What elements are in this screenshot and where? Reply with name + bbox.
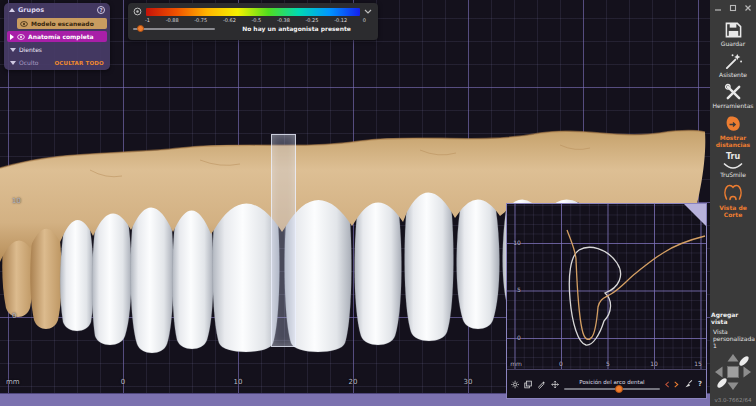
cross-section-curves bbox=[507, 204, 706, 369]
gear-icon[interactable] bbox=[511, 379, 519, 390]
right-sidebar: Guardar Asistente Herramientas Most bbox=[710, 0, 756, 406]
group-item-teeth[interactable]: Dientes bbox=[7, 44, 107, 55]
custom-view-item[interactable]: Vista personalizada 1 bbox=[713, 328, 753, 349]
color-scale-ticks: -1 -0.88 -0.75 -0.62 -0.5 -0.38 -0.25 -0… bbox=[133, 16, 372, 23]
view-navigation-cross[interactable] bbox=[713, 352, 753, 392]
app-window: mm 0 10 20 30 10 0 Grupos ? Modelo escan… bbox=[0, 0, 756, 406]
scale-tick: 0 bbox=[363, 17, 366, 23]
button-label: Mostrar distancias bbox=[711, 134, 755, 148]
save-icon bbox=[724, 21, 743, 39]
group-item-full-anatomy[interactable]: Anatomía completa bbox=[7, 31, 107, 42]
groups-title: Grupos bbox=[18, 6, 44, 14]
scale-tick: -1 bbox=[145, 17, 150, 23]
add-view-button[interactable]: Agregar vista bbox=[711, 311, 755, 325]
button-label: Herramientas bbox=[713, 102, 754, 109]
color-gradient-bar bbox=[146, 8, 360, 16]
trusmile-button[interactable]: Tru TruSmile bbox=[711, 153, 755, 178]
copy-image-icon[interactable] bbox=[524, 379, 532, 390]
distance-color-scale-panel: -1 -0.88 -0.75 -0.62 -0.5 -0.38 -0.25 -0… bbox=[128, 3, 378, 40]
arch-position-slider[interactable] bbox=[564, 388, 660, 390]
h-ruler-tick: 20 bbox=[349, 379, 358, 386]
show-distances-icon bbox=[723, 114, 743, 133]
save-button[interactable]: Guardar bbox=[711, 21, 755, 47]
group-item-label: Oculto bbox=[19, 59, 39, 66]
trusmile-icon: Tru bbox=[726, 153, 740, 161]
scale-tick: -0.75 bbox=[194, 17, 207, 23]
scale-tick: -0.25 bbox=[306, 17, 319, 23]
smile-arc-icon bbox=[722, 162, 744, 170]
groups-panel: Grupos ? Modelo escaneado Anatomía compl… bbox=[4, 3, 110, 70]
cut-view-tooth-icon bbox=[722, 183, 744, 203]
group-item-label: Modelo escaneado bbox=[31, 20, 94, 27]
tools-button[interactable]: Herramientas bbox=[711, 83, 755, 109]
section-help[interactable]: ? bbox=[698, 380, 702, 388]
antagonist-slider[interactable] bbox=[133, 28, 215, 30]
cut-view-button[interactable]: Vista de Corte bbox=[711, 183, 755, 218]
step-left-icon[interactable] bbox=[665, 380, 670, 389]
chevron-down-icon[interactable] bbox=[10, 48, 16, 52]
scan-section-curve bbox=[567, 230, 705, 339]
group-item-hidden[interactable]: Oculto OCULTAR TODO bbox=[7, 57, 107, 68]
h-ruler-tick: 0 bbox=[121, 379, 125, 386]
button-label: Asistente bbox=[719, 71, 747, 78]
antagonist-slider-thumb[interactable] bbox=[137, 25, 144, 32]
magic-wand-icon bbox=[724, 52, 743, 70]
move-icon[interactable] bbox=[551, 379, 559, 390]
expand-chevron-icon[interactable] bbox=[10, 34, 14, 40]
button-label: Guardar bbox=[721, 40, 745, 47]
chevron-down-icon[interactable] bbox=[364, 9, 372, 14]
group-item-label: Dientes bbox=[19, 46, 42, 53]
button-label: Vista de Corte bbox=[711, 204, 755, 218]
help-icon[interactable]: ? bbox=[97, 6, 105, 14]
h-ruler-unit: mm bbox=[6, 379, 20, 386]
antagonist-message: No hay un antagonista presente bbox=[221, 25, 372, 32]
assistant-button[interactable]: Asistente bbox=[711, 52, 755, 78]
v-ruler-tick: 10 bbox=[12, 198, 21, 205]
v-ruler-tick: 0 bbox=[12, 313, 16, 320]
button-label: TruSmile bbox=[720, 171, 746, 178]
clear-broom-icon[interactable] bbox=[684, 378, 693, 390]
scale-tick: -0.5 bbox=[252, 17, 262, 23]
collapse-chevron-icon[interactable] bbox=[9, 8, 15, 12]
cut-section-panel[interactable]: 10 5 0 0 5 10 15 mm bbox=[506, 203, 707, 399]
measure-pen-icon[interactable] bbox=[537, 379, 545, 390]
eye-icon bbox=[20, 21, 28, 27]
arch-position-label: Posición del arco dental bbox=[579, 379, 644, 385]
scale-tick: -0.38 bbox=[277, 17, 290, 23]
scale-tick: -0.12 bbox=[334, 17, 347, 23]
close-icon[interactable] bbox=[744, 4, 752, 12]
cut-plane-handle[interactable] bbox=[271, 134, 296, 347]
group-item-scanned-model[interactable]: Modelo escaneado bbox=[17, 18, 107, 29]
maximize-icon[interactable] bbox=[729, 4, 737, 12]
colormap-icon[interactable] bbox=[133, 7, 142, 16]
eye-icon bbox=[17, 34, 25, 40]
scale-tick: -0.88 bbox=[166, 17, 179, 23]
h-ruler-tick: 10 bbox=[234, 379, 243, 386]
chevron-down-icon[interactable] bbox=[10, 61, 16, 65]
show-distances-button[interactable]: Mostrar distancias bbox=[711, 114, 755, 148]
minimize-icon[interactable] bbox=[714, 4, 722, 12]
hide-all-button[interactable]: OCULTAR TODO bbox=[54, 60, 104, 66]
version-text: v3.0-7662/64 bbox=[715, 397, 752, 403]
section-toolbar: Posición del arco dental ? bbox=[507, 369, 706, 398]
step-right-icon[interactable] bbox=[674, 380, 679, 389]
group-item-label: Anatomía completa bbox=[28, 33, 94, 40]
arch-position-slider-thumb[interactable] bbox=[615, 385, 623, 393]
h-ruler-tick: 30 bbox=[464, 379, 473, 386]
scale-tick: -0.62 bbox=[223, 17, 236, 23]
tools-icon bbox=[724, 83, 743, 101]
